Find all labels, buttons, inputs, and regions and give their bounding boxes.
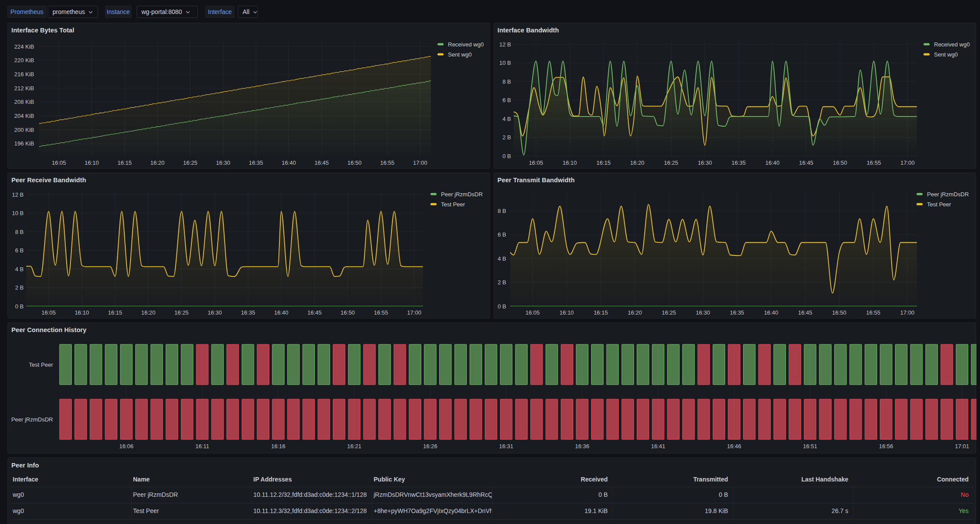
- svg-text:16:30: 16:30: [696, 309, 710, 316]
- svg-text:8 B: 8 B: [502, 78, 511, 85]
- svg-text:16:25: 16:25: [664, 159, 678, 166]
- svg-text:Sent wg0: Sent wg0: [448, 51, 472, 58]
- svg-text:Peer jRzmDsDR: Peer jRzmDsDR: [11, 416, 53, 423]
- svg-text:16:35: 16:35: [241, 309, 255, 316]
- svg-text:0 B: 0 B: [502, 153, 511, 159]
- svg-text:216 KiB: 216 KiB: [14, 71, 34, 78]
- svg-text:16:15: 16:15: [596, 159, 611, 166]
- svg-text:16:05: 16:05: [525, 309, 540, 316]
- svg-text:16:35: 16:35: [249, 159, 263, 166]
- svg-text:16:35: 16:35: [732, 159, 746, 166]
- svg-text:6 B: 6 B: [15, 247, 24, 254]
- svg-text:16:20: 16:20: [141, 309, 155, 316]
- svg-text:Received wg0: Received wg0: [448, 41, 484, 48]
- svg-text:16:45: 16:45: [798, 309, 812, 316]
- svg-text:Received wg0: Received wg0: [934, 41, 970, 48]
- svg-text:16:51: 16:51: [803, 443, 818, 450]
- svg-text:Test Peer: Test Peer: [29, 361, 53, 368]
- svg-text:16:45: 16:45: [799, 159, 814, 166]
- svg-text:16:45: 16:45: [314, 159, 329, 166]
- svg-text:16:35: 16:35: [730, 309, 744, 316]
- svg-text:16:25: 16:25: [174, 309, 189, 316]
- svg-text:16:55: 16:55: [374, 309, 388, 316]
- svg-text:16:05: 16:05: [529, 159, 543, 166]
- svg-text:16:56: 16:56: [879, 443, 893, 450]
- svg-text:17:00: 17:00: [413, 159, 427, 166]
- svg-text:224 KiB: 224 KiB: [14, 43, 34, 50]
- svg-text:4 B: 4 B: [497, 255, 506, 262]
- svg-text:16:10: 16:10: [75, 309, 89, 316]
- svg-text:Sent wg0: Sent wg0: [934, 51, 958, 58]
- svg-text:208 KiB: 208 KiB: [14, 99, 34, 105]
- svg-text:16:45: 16:45: [307, 309, 322, 316]
- svg-text:Test Peer: Test Peer: [927, 201, 952, 208]
- svg-text:204 KiB: 204 KiB: [14, 113, 34, 119]
- svg-text:16:40: 16:40: [282, 159, 296, 166]
- svg-text:16:06: 16:06: [119, 443, 134, 450]
- svg-text:16:26: 16:26: [423, 443, 437, 450]
- svg-text:16:30: 16:30: [216, 159, 230, 166]
- svg-text:16:50: 16:50: [341, 309, 355, 316]
- svg-text:2 B: 2 B: [497, 279, 506, 286]
- svg-text:16:21: 16:21: [347, 443, 362, 450]
- svg-text:17:00: 17:00: [407, 309, 422, 316]
- svg-text:16:30: 16:30: [208, 309, 222, 316]
- svg-text:2 B: 2 B: [502, 134, 511, 141]
- svg-text:4 B: 4 B: [502, 116, 511, 122]
- svg-text:16:40: 16:40: [274, 309, 289, 316]
- svg-text:6 B: 6 B: [502, 97, 511, 103]
- svg-text:2 B: 2 B: [15, 284, 24, 291]
- svg-text:16:30: 16:30: [698, 159, 712, 166]
- svg-text:17:01: 17:01: [955, 443, 969, 450]
- svg-text:16:20: 16:20: [150, 159, 165, 166]
- svg-text:16:25: 16:25: [662, 309, 676, 316]
- svg-text:Test Peer: Test Peer: [441, 201, 465, 208]
- svg-text:16:40: 16:40: [765, 159, 780, 166]
- svg-text:8 B: 8 B: [15, 229, 24, 235]
- svg-text:16:36: 16:36: [575, 443, 589, 450]
- svg-text:16:50: 16:50: [347, 159, 362, 166]
- svg-text:16:50: 16:50: [833, 159, 847, 166]
- svg-text:16:11: 16:11: [195, 443, 209, 450]
- svg-text:0 B: 0 B: [497, 303, 506, 310]
- svg-text:16:40: 16:40: [764, 309, 779, 316]
- svg-text:16:55: 16:55: [866, 309, 881, 316]
- svg-text:16:16: 16:16: [271, 443, 286, 450]
- svg-text:10 B: 10 B: [12, 210, 24, 216]
- svg-text:6 B: 6 B: [497, 231, 506, 238]
- svg-text:4 B: 4 B: [15, 266, 24, 273]
- svg-text:Peer jRzmDsDR: Peer jRzmDsDR: [441, 191, 483, 198]
- svg-text:8 B: 8 B: [497, 208, 506, 214]
- svg-text:16:25: 16:25: [183, 159, 197, 166]
- svg-text:16:15: 16:15: [108, 309, 123, 316]
- svg-text:220 KiB: 220 KiB: [14, 57, 34, 64]
- svg-text:17:00: 17:00: [900, 159, 915, 166]
- svg-text:16:20: 16:20: [627, 309, 642, 316]
- svg-text:0 B: 0 B: [15, 303, 24, 310]
- svg-text:16:41: 16:41: [651, 443, 666, 450]
- svg-text:16:10: 16:10: [563, 159, 577, 166]
- svg-text:16:05: 16:05: [52, 159, 66, 166]
- svg-text:196 KiB: 196 KiB: [14, 140, 34, 147]
- svg-text:12 B: 12 B: [499, 41, 511, 48]
- svg-text:Peer jRzmDsDR: Peer jRzmDsDR: [927, 191, 969, 198]
- svg-text:16:20: 16:20: [630, 159, 645, 166]
- svg-text:16:15: 16:15: [594, 309, 608, 316]
- svg-text:200 KiB: 200 KiB: [14, 127, 34, 133]
- svg-text:12 B: 12 B: [12, 191, 24, 198]
- svg-text:212 KiB: 212 KiB: [14, 85, 34, 92]
- svg-text:16:50: 16:50: [832, 309, 846, 316]
- svg-text:16:05: 16:05: [42, 309, 56, 316]
- svg-text:16:55: 16:55: [380, 159, 395, 166]
- svg-text:16:10: 16:10: [85, 159, 99, 166]
- svg-text:16:31: 16:31: [499, 443, 514, 450]
- svg-text:16:10: 16:10: [560, 309, 574, 316]
- svg-text:16:15: 16:15: [117, 159, 132, 166]
- svg-text:16:55: 16:55: [867, 159, 881, 166]
- svg-text:17:00: 17:00: [900, 309, 915, 316]
- svg-text:10 B: 10 B: [499, 60, 511, 66]
- svg-text:16:46: 16:46: [727, 443, 741, 450]
